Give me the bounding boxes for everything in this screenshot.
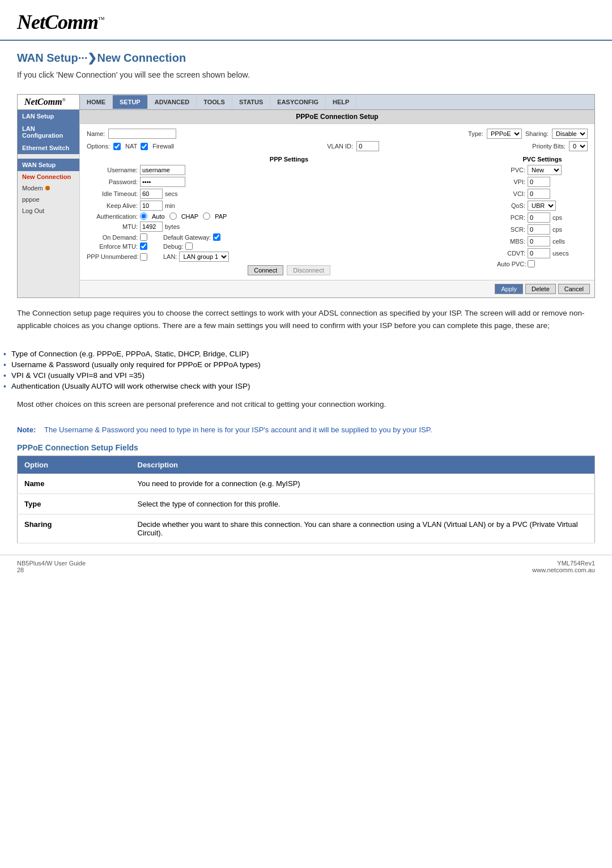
sidebar-lan-config[interactable]: LAN Configuration [18, 122, 79, 142]
default-gateway-checkbox[interactable] [213, 233, 220, 241]
ppp-settings: PPP Settings Username: Password: Idle Ti… [87, 154, 491, 275]
type-select[interactable]: PPPoE [487, 129, 522, 139]
lan-select[interactable]: LAN group 1 [179, 252, 229, 262]
footer-page-number: 28 [17, 567, 86, 573]
debug-checkbox[interactable] [185, 242, 193, 250]
nav-easyconfig[interactable]: EASYCONFIG [270, 95, 326, 109]
vlan-id-label: VLAN ID: [327, 143, 353, 150]
nav-status[interactable]: STATUS [232, 95, 270, 109]
nav-tools[interactable]: TOOLS [197, 95, 232, 109]
nav-home[interactable]: HOME [80, 95, 113, 109]
pcr-input[interactable] [528, 212, 550, 223]
name-input[interactable] [108, 129, 176, 139]
footer-website: www.netcomm.com.au [532, 567, 595, 573]
auto-pvc-checkbox[interactable] [528, 260, 535, 267]
cancel-button[interactable]: Cancel [558, 284, 590, 294]
qos-select[interactable]: UBR [528, 201, 556, 211]
password-input[interactable] [140, 177, 185, 187]
idle-timeout-row: Idle Timeout: secs [87, 189, 491, 199]
firewall-label: Firewall [152, 143, 174, 150]
ppp-unnumbered-row: PPP Unnumbered: LAN: LAN group 1 [87, 252, 491, 262]
note-box: Note: The Username & Password you need t… [17, 426, 595, 434]
delete-button[interactable]: Delete [525, 284, 556, 294]
username-row: Username: [87, 165, 491, 175]
table-row: SharingDecide whether you want to share … [18, 514, 595, 543]
keep-alive-input[interactable] [140, 201, 163, 211]
vlan-id-input[interactable] [356, 141, 379, 151]
cdvt-input[interactable] [528, 248, 550, 258]
footer-left: NB5Plus4/W User Guide 28 [17, 560, 86, 573]
on-demand-checkbox[interactable] [140, 233, 147, 241]
vci-input[interactable] [528, 189, 550, 199]
footer-revision: YML754Rev1 [532, 560, 595, 567]
nat-checkbox[interactable] [113, 143, 121, 150]
sharing-label: Sharing: [525, 130, 549, 137]
enforce-mtu-row: Enforce MTU: Debug: [87, 242, 491, 250]
mtu-input[interactable] [140, 222, 163, 232]
logo-tm: ™ [98, 15, 104, 23]
on-demand-label: On Demand: [87, 234, 138, 241]
mtu-row: MTU: bytes [87, 222, 491, 232]
sidebar-lan-setup[interactable]: LAN Setup [18, 110, 79, 122]
sidebar-ethernet-switch[interactable]: Ethernet Switch [18, 142, 79, 154]
priority-bits-select[interactable]: 0 [569, 141, 588, 151]
sidebar-pppoe[interactable]: pppoe [18, 194, 79, 205]
auth-pap-radio[interactable] [203, 212, 210, 220]
pvc-label: PVC: [497, 167, 525, 173]
router-body: LAN Setup LAN Configuration Ethernet Swi… [18, 110, 594, 297]
auth-auto-radio[interactable] [140, 212, 147, 220]
pvc-row: PVC: New [497, 165, 588, 175]
cdvt-label: CDVT: [497, 250, 525, 257]
logo-text: NetComm [17, 11, 98, 33]
table-row: TypeSelect the type of connection for th… [18, 493, 595, 514]
modem-indicator [45, 186, 50, 190]
bullet-list: Type of Connection (e.g. PPPoE, PPPoA, S… [11, 348, 612, 392]
disconnect-button[interactable]: Disconnect [287, 265, 330, 275]
ppp-unnumbered-checkbox[interactable] [140, 253, 147, 261]
nav-setup[interactable]: SETUP [113, 95, 148, 109]
vpi-label: VPI: [497, 178, 525, 185]
sharing-select[interactable]: Disable [552, 129, 588, 139]
password-row: Password: [87, 177, 491, 187]
col-option: Option [18, 456, 131, 474]
pvc-settings: PVC Settings PVC: New VPI: VCI: [497, 154, 588, 275]
apply-button[interactable]: Apply [495, 284, 523, 294]
mbs-row: MBS: cells [497, 236, 588, 246]
table-header-row: Option Description [18, 456, 595, 474]
username-input[interactable] [140, 165, 185, 175]
vpi-input[interactable] [528, 177, 550, 187]
table-cell-option: Sharing [18, 514, 131, 543]
page-title: WAN Setup···❯New Connection [17, 51, 595, 65]
footer-guide-title: NB5Plus4/W User Guide [17, 560, 86, 567]
pcr-row: PCR: cps [497, 212, 588, 223]
enforce-mtu-checkbox[interactable] [140, 242, 147, 250]
firewall-checkbox[interactable] [141, 143, 148, 150]
mbs-input[interactable] [528, 236, 550, 246]
idle-timeout-label: Idle Timeout: [87, 190, 138, 197]
sidebar-modem[interactable]: Modem [18, 182, 79, 194]
pvc-select[interactable]: New [528, 165, 562, 175]
priority-bits-label: Priority Bits: [532, 143, 566, 150]
auth-chap-radio[interactable] [169, 212, 177, 220]
ppp-pvc-section: PPP Settings Username: Password: Idle Ti… [87, 154, 588, 275]
nav-help[interactable]: HELP [326, 95, 356, 109]
idle-timeout-input[interactable] [140, 189, 163, 199]
nav-advanced[interactable]: ADVANCED [148, 95, 197, 109]
auth-auto-label: Auto [152, 213, 165, 220]
keep-alive-row: Keep Alive: min [87, 201, 491, 211]
sidebar-wan-setup[interactable]: WAN Setup [18, 159, 79, 171]
router-logo-tm: ® [62, 97, 66, 103]
auth-row: Authentication: Auto CHAP PAP [87, 212, 491, 220]
table-cell-description: Decide whether you want to share this co… [131, 514, 595, 543]
mbs-unit: cells [552, 238, 565, 245]
debug-label: Debug: [163, 243, 183, 250]
connect-button[interactable]: Connect [248, 265, 283, 275]
sidebar-new-connection[interactable]: New Connection [18, 171, 79, 182]
table-body: NameYou need to provide for a connection… [18, 474, 595, 543]
sidebar-logout[interactable]: Log Out [18, 205, 79, 216]
keep-alive-label: Keep Alive: [87, 202, 138, 209]
table-cell-description: You need to provide for a connection (e.… [131, 474, 595, 494]
scr-input[interactable] [528, 224, 550, 235]
options-label: Options: [87, 143, 110, 150]
name-type-row: Name: Type: PPPoE Sharing: Disable [87, 129, 588, 139]
